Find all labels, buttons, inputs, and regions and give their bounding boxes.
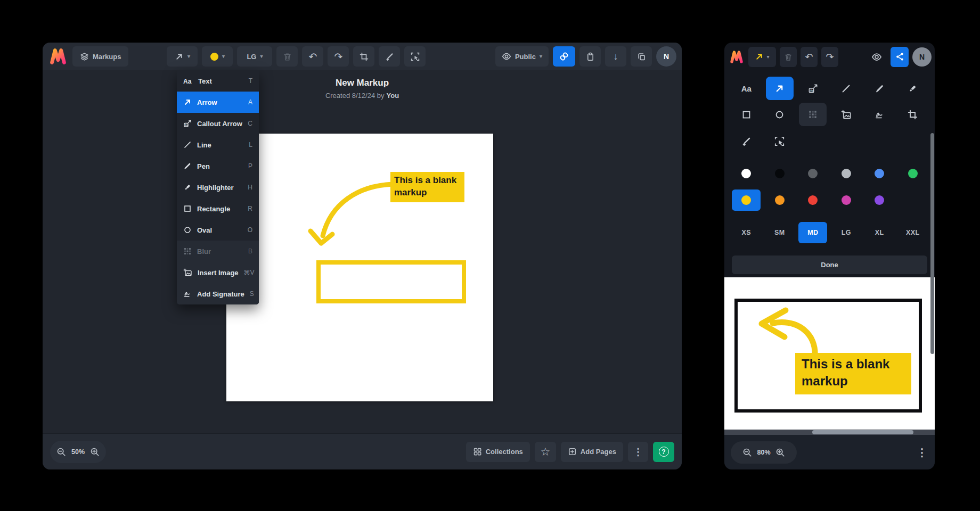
- undo-button[interactable]: ↶: [302, 46, 323, 67]
- blur-icon: [183, 247, 192, 256]
- more-options-button[interactable]: ⋮: [917, 446, 927, 459]
- markup-logo[interactable]: [48, 46, 68, 67]
- download-button[interactable]: ↓: [605, 46, 626, 67]
- tool-add-signature[interactable]: [863, 103, 896, 126]
- horizontal-scrollbar-thumb[interactable]: [812, 430, 913, 434]
- tool-text[interactable]: Aa: [730, 77, 763, 100]
- zoom-out-icon[interactable]: [742, 448, 752, 457]
- tool-row-2: [730, 103, 929, 126]
- redo-button[interactable]: ↷: [328, 46, 349, 67]
- menu-item-oval[interactable]: Oval O: [177, 219, 259, 241]
- color-orange[interactable]: [763, 188, 797, 212]
- size-picker-button[interactable]: LG ▾: [237, 46, 272, 67]
- color-dark-gray[interactable]: [796, 162, 830, 185]
- add-pages-button[interactable]: Add Pages: [561, 442, 623, 462]
- color-swatch: [808, 195, 818, 205]
- menu-item-text[interactable]: Aa Text T: [177, 70, 259, 92]
- crop-icon: [360, 52, 369, 61]
- duplicate-button[interactable]: [631, 46, 652, 67]
- tool-row-1: Aa Aa: [730, 77, 929, 100]
- menu-item-blur[interactable]: Blur B: [177, 241, 259, 262]
- tool-rectangle[interactable]: [730, 103, 763, 126]
- clipboard-button[interactable]: [579, 46, 601, 67]
- help-button[interactable]: ?: [653, 442, 674, 462]
- size-xxl[interactable]: XXL: [896, 221, 930, 244]
- color-white[interactable]: [730, 162, 763, 185]
- tool-highlighter[interactable]: [896, 77, 930, 100]
- color-blue[interactable]: [863, 162, 896, 185]
- tool-format-paint[interactable]: [730, 129, 763, 153]
- tool-oval[interactable]: [763, 103, 797, 126]
- preview-button[interactable]: [867, 47, 887, 67]
- markups-button[interactable]: Markups: [72, 46, 128, 67]
- menu-item-rectangle[interactable]: Rectangle R: [177, 198, 259, 219]
- zoom-out-icon[interactable]: [56, 447, 66, 457]
- zoom-in-icon[interactable]: [775, 448, 785, 457]
- menu-item-insert-image[interactable]: Insert Image ⌘V: [177, 262, 259, 283]
- user-avatar[interactable]: N: [656, 46, 676, 67]
- tool-insert-image[interactable]: [830, 103, 863, 126]
- menu-shortcut: O: [248, 226, 252, 234]
- text-annotation[interactable]: This is a blank markup: [390, 172, 464, 202]
- menu-item-callout-arrow[interactable]: Aa Callout Arrow C: [177, 113, 259, 134]
- copy-link-button[interactable]: [553, 46, 575, 67]
- rectangle-annotation[interactable]: [316, 260, 466, 303]
- vertical-scrollbar-thumb[interactable]: [930, 133, 934, 354]
- arrow-tool-button[interactable]: ▾: [748, 47, 776, 67]
- menu-item-highlighter[interactable]: Highlighter H: [177, 177, 259, 198]
- tool-arrow-selected[interactable]: [766, 77, 794, 100]
- text-annotation[interactable]: This is a blank markup: [795, 353, 911, 394]
- color-yellow-selected[interactable]: [730, 188, 763, 212]
- tool-line[interactable]: [830, 77, 863, 100]
- share-button[interactable]: [891, 47, 909, 67]
- color-purple[interactable]: [863, 188, 896, 212]
- size-xs[interactable]: XS: [730, 221, 763, 244]
- more-options-button[interactable]: ⋮: [628, 442, 648, 462]
- download-icon: ↓: [614, 52, 618, 61]
- size-lg[interactable]: LG: [830, 221, 863, 244]
- menu-item-pen[interactable]: Pen P: [177, 155, 259, 177]
- favorite-button[interactable]: ☆: [535, 442, 556, 462]
- insert-image-icon: [841, 110, 852, 120]
- markup-logo[interactable]: [729, 49, 745, 65]
- tool-select-all[interactable]: [763, 129, 797, 153]
- color-light-gray[interactable]: [830, 162, 863, 185]
- frame-annotation[interactable]: This is a blank markup: [734, 299, 922, 413]
- color-picker-button[interactable]: ▾: [202, 46, 233, 67]
- redo-button[interactable]: ↷: [821, 47, 838, 67]
- delete-button[interactable]: [276, 46, 298, 67]
- callout-arrow-icon: Aa: [183, 119, 192, 128]
- size-xl[interactable]: XL: [863, 221, 896, 244]
- done-button[interactable]: Done: [732, 256, 927, 274]
- tool-callout-arrow[interactable]: Aa: [796, 77, 830, 100]
- zoom-in-icon[interactable]: [90, 447, 100, 457]
- format-paint-button[interactable]: [379, 46, 400, 67]
- zoom-control: 80%: [731, 441, 797, 464]
- tool-pen[interactable]: [863, 77, 896, 100]
- color-magenta[interactable]: [830, 188, 863, 212]
- color-black[interactable]: [763, 162, 797, 185]
- size-sm[interactable]: SM: [763, 221, 797, 244]
- mobile-canvas[interactable]: This is a blank markup: [724, 277, 935, 430]
- crop-button[interactable]: [353, 46, 374, 67]
- canvas-page[interactable]: This is a blank markup: [226, 134, 493, 401]
- visibility-button[interactable]: Public ▾: [495, 46, 549, 67]
- collections-button[interactable]: Collections: [466, 442, 530, 462]
- select-all-button[interactable]: [404, 46, 426, 67]
- color-green[interactable]: [896, 162, 930, 185]
- size-md-selected[interactable]: MD: [796, 221, 830, 244]
- menu-shortcut: S: [250, 290, 254, 298]
- color-red[interactable]: [796, 188, 830, 212]
- delete-button[interactable]: [780, 47, 797, 67]
- menu-item-add-signature[interactable]: Add Signature S: [177, 283, 259, 304]
- menu-item-line[interactable]: Line L: [177, 134, 259, 155]
- tool-crop[interactable]: [896, 103, 930, 126]
- undo-button[interactable]: ↶: [801, 47, 818, 67]
- arrow-tool-button[interactable]: ▾: [167, 46, 198, 67]
- current-color-swatch: [210, 53, 218, 61]
- menu-item-arrow[interactable]: Arrow A: [177, 92, 259, 113]
- tool-blur[interactable]: [796, 103, 830, 126]
- tool-arrow[interactable]: [763, 77, 797, 100]
- menu-shortcut: ⌘V: [244, 269, 255, 276]
- user-avatar[interactable]: N: [912, 47, 932, 67]
